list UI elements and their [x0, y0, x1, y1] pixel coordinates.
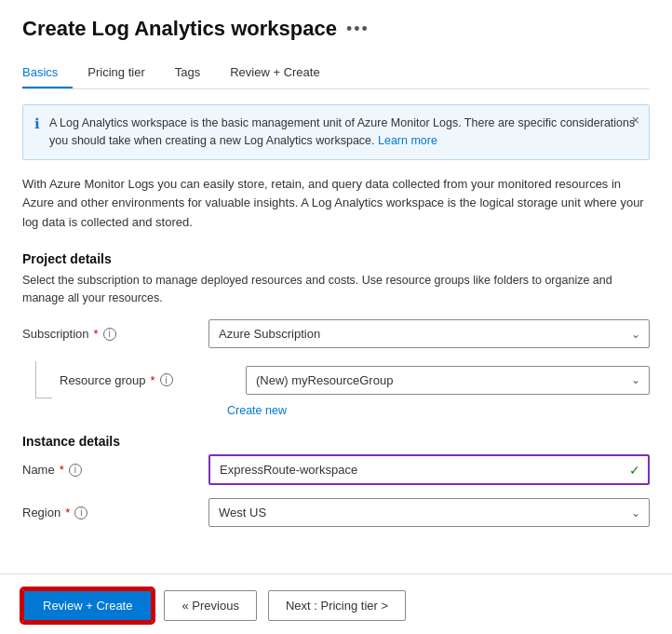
subscription-dropdown[interactable]: Azure Subscription [208, 319, 650, 348]
name-required: * [60, 463, 64, 477]
resource-group-label: Resource group * i [60, 373, 246, 387]
resource-group-required: * [151, 373, 155, 387]
project-details-section: Project details Select the subscription … [22, 251, 650, 418]
region-dropdown[interactable]: West US [208, 498, 650, 527]
info-banner: ℹ A Log Analytics workspace is the basic… [22, 104, 650, 160]
tab-review-create[interactable]: Review + Create [230, 58, 334, 88]
subscription-info-icon[interactable]: i [103, 328, 116, 341]
instance-details-heading: Instance details [22, 434, 650, 449]
info-icon: ℹ [34, 115, 40, 132]
region-required: * [65, 506, 70, 519]
resource-group-info-icon[interactable]: i [160, 373, 173, 386]
subscription-required: * [94, 327, 99, 341]
review-create-button[interactable]: Review + Create [22, 589, 153, 622]
region-label: Region * i [22, 506, 208, 519]
learn-more-link[interactable]: Learn more [378, 134, 437, 147]
project-details-subtext: Select the subscription to manage deploy… [22, 272, 650, 307]
workspace-description: With Azure Monitor Logs you can easily s… [22, 175, 650, 233]
resource-group-dropdown-wrapper: (New) myResourceGroup ⌄ [246, 366, 650, 395]
more-options-icon[interactable]: ••• [346, 20, 370, 39]
subscription-row: Subscription * i Azure Subscription ⌄ [22, 319, 650, 348]
region-dropdown-wrapper: West US ⌄ [208, 498, 650, 527]
tab-tags[interactable]: Tags [175, 58, 215, 88]
name-label: Name * i [22, 463, 208, 477]
region-info-icon[interactable]: i [74, 506, 87, 519]
create-new-link[interactable]: Create new [227, 404, 650, 417]
instance-details-section: Instance details Name * i ✓ Region * i W [22, 434, 650, 527]
tab-pricing-tier[interactable]: Pricing tier [87, 58, 159, 88]
previous-button[interactable]: « Previous [164, 590, 256, 621]
tab-bar: Basics Pricing tier Tags Review + Create [22, 58, 650, 89]
tab-basics[interactable]: Basics [22, 58, 73, 88]
resource-group-row: Resource group * i (New) myResourceGroup… [22, 361, 650, 398]
bottom-bar: Review + Create « Previous Next : Pricin… [0, 573, 672, 634]
name-input[interactable] [208, 454, 650, 485]
indent-connector [35, 361, 52, 398]
close-icon[interactable]: × [632, 113, 639, 128]
name-row: Name * i ✓ [22, 454, 650, 485]
page-title: Create Log Analytics workspace [22, 17, 337, 41]
resource-group-dropdown[interactable]: (New) myResourceGroup [246, 366, 650, 395]
project-details-heading: Project details [22, 251, 650, 266]
subscription-dropdown-wrapper: Azure Subscription ⌄ [208, 319, 650, 348]
name-input-wrapper: ✓ [208, 454, 650, 485]
info-banner-text: A Log Analytics workspace is the basic m… [49, 115, 638, 150]
subscription-label: Subscription * i [22, 327, 208, 341]
region-row: Region * i West US ⌄ [22, 498, 650, 527]
name-info-icon[interactable]: i [69, 464, 82, 477]
name-check-icon: ✓ [629, 463, 640, 478]
next-button[interactable]: Next : Pricing tier > [268, 590, 406, 621]
